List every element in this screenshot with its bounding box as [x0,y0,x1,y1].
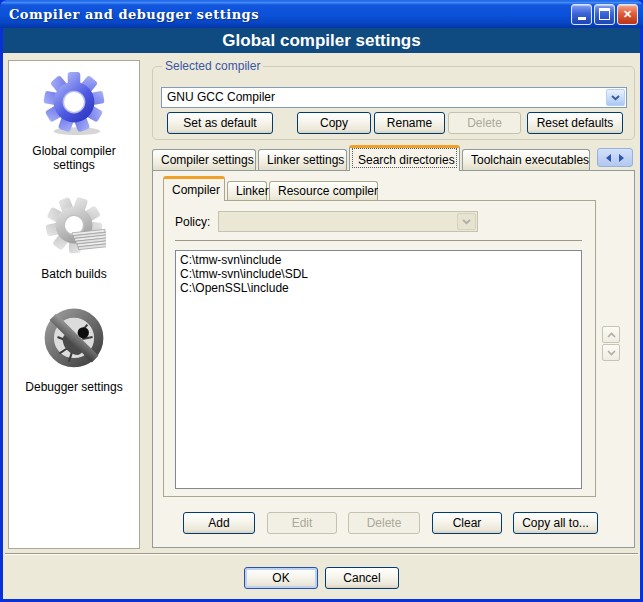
group-label: Selected compiler [162,59,263,73]
chevron-down-icon [457,213,476,230]
tab-linker-settings[interactable]: Linker settings [258,149,347,170]
blue-gear-icon [42,71,106,137]
scroll-right-icon[interactable] [619,154,624,162]
cancel-button[interactable]: Cancel [325,567,399,589]
copy-compiler-button[interactable]: Copy [297,112,371,134]
compiler-select[interactable]: GNU GCC Compiler [161,87,627,108]
no-bug-icon [41,305,107,373]
rename-compiler-button[interactable]: Rename [374,112,445,134]
gray-gear-stack-icon [42,194,106,260]
window-title: Compiler and debugger settings [9,7,259,22]
include-directories-list[interactable]: C:\tmw-svn\include C:\tmw-svn\include\SD… [175,250,582,489]
ok-button[interactable]: OK [244,567,318,589]
move-down-button [602,344,620,361]
scroll-left-icon[interactable] [606,154,611,162]
page-title: Global compiler settings [3,28,640,53]
sidebar-item-label: Global compiler settings [19,144,129,172]
tab-scroll-buttons[interactable] [597,148,633,167]
title-bar[interactable]: Compiler and debugger settings ✕ [0,0,643,28]
reset-defaults-button[interactable]: Reset defaults [527,112,623,134]
compiler-settings-dialog: Compiler and debugger settings ✕ Global … [0,0,643,602]
sidebar-item-global-compiler-settings[interactable]: Global compiler settings [9,71,139,172]
subtab-compiler[interactable]: Compiler [163,176,225,201]
close-icon: ✕ [623,9,632,20]
move-up-button [602,326,620,343]
compiler-select-value: GNU GCC Compiler [167,88,275,107]
maximize-icon [599,8,610,20]
policy-separator [175,240,582,241]
maximize-button[interactable] [594,4,615,25]
sidebar-item-debugger-settings[interactable]: Debugger settings [9,305,139,394]
tab-toolchain-executables[interactable]: Toolchain executables [462,149,590,170]
minimize-button[interactable] [571,4,592,25]
clear-directories-button[interactable]: Clear [432,512,502,534]
tab-search-directories[interactable]: Search directories [349,145,460,171]
policy-label: Policy: [175,215,210,229]
footer-separator-highlight [5,554,638,555]
subtab-resource-compiler[interactable]: Resource compiler [269,181,378,201]
list-item[interactable]: C:\tmw-svn\include\SDL [176,267,581,281]
list-item[interactable]: C:\OpenSSL\include [176,281,581,295]
settings-category-sidebar: Global compiler settings [8,60,140,549]
copy-all-to-button[interactable]: Copy all to... [513,512,598,534]
delete-directory-button: Delete [348,512,420,534]
sidebar-item-label: Batch builds [19,267,129,281]
chevron-down-icon [607,350,616,356]
edit-directory-button: Edit [267,512,337,534]
tab-compiler-settings[interactable]: Compiler settings [152,149,256,170]
delete-compiler-button: Delete [448,112,521,134]
dialog-body: Global compiler settings [0,28,643,602]
set-as-default-button[interactable]: Set as default [167,112,273,134]
list-item[interactable]: C:\tmw-svn\include [176,253,581,267]
minimize-icon [578,17,586,20]
chevron-up-icon [607,332,616,338]
close-button[interactable]: ✕ [617,4,638,25]
sidebar-item-label: Debugger settings [19,380,129,394]
add-directory-button[interactable]: Add [183,512,255,534]
subtab-linker[interactable]: Linker [227,181,267,201]
sidebar-item-batch-builds[interactable]: Batch builds [9,194,139,281]
chevron-down-icon[interactable] [606,89,625,106]
policy-select [218,211,478,232]
